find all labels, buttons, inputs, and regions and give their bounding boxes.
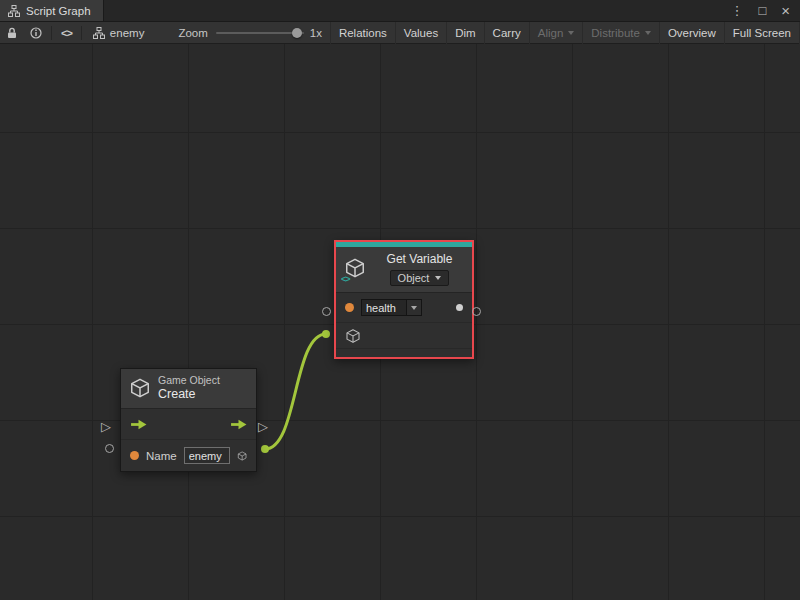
node-footer — [336, 348, 472, 357]
flow-out-arrow-icon[interactable] — [230, 419, 247, 430]
name-input-row: Name — [121, 439, 256, 471]
node-get-variable[interactable]: <> Get Variable Object — [334, 240, 474, 359]
getvariable-name-outer-port[interactable] — [322, 307, 331, 316]
variable-name-port[interactable] — [345, 303, 354, 312]
dim-button[interactable]: Dim — [446, 22, 483, 44]
fullscreen-button[interactable]: Full Screen — [724, 22, 800, 44]
align-dropdown[interactable]: Align — [529, 22, 583, 44]
graph-name: enemy — [110, 27, 145, 39]
node-title: Get Variable — [387, 252, 453, 266]
code-brackets-icon: <> — [341, 275, 350, 284]
zoom-slider-handle[interactable] — [292, 28, 302, 38]
chevron-down-icon — [568, 31, 574, 35]
graph-icon — [8, 5, 20, 17]
node-body: Name — [121, 408, 256, 471]
create-flow-output-port[interactable]: ▷ — [258, 420, 268, 433]
chevron-down-icon — [645, 31, 651, 35]
zoom-slider-track[interactable] — [216, 32, 304, 34]
node-header[interactable]: <> Get Variable Object — [336, 247, 472, 292]
chevron-down-icon — [411, 306, 417, 310]
info-icon[interactable] — [24, 22, 48, 44]
object-variable-icon: <> — [344, 257, 368, 281]
zoom-value: 1x — [310, 27, 322, 39]
graph-icon-small — [93, 27, 105, 39]
toolbar-separator — [51, 26, 52, 40]
create-flow-input-port[interactable]: ▷ — [101, 420, 111, 433]
distribute-dropdown[interactable]: Distribute — [582, 22, 659, 44]
object-input-row — [336, 322, 472, 348]
unity-script-graph-window: Script Graph ⋮ □ × <> enemy Zoom 1x Rela… — [0, 0, 800, 600]
node-title: Create — [158, 387, 220, 403]
node-body — [336, 292, 472, 357]
name-input[interactable] — [184, 447, 230, 464]
zoom-slider[interactable] — [216, 22, 304, 44]
name-label: Name — [146, 450, 177, 462]
value-output-port[interactable] — [456, 304, 463, 311]
distribute-label: Distribute — [591, 27, 640, 39]
variable-name-suggest-dropdown[interactable] — [407, 299, 422, 316]
window-menu-icon[interactable]: ⋮ — [730, 4, 743, 17]
variable-kind-value: Object — [398, 272, 430, 284]
flow-in-arrow-icon[interactable] — [130, 419, 147, 430]
overview-button[interactable]: Overview — [659, 22, 724, 44]
toolbar-separator — [81, 26, 82, 40]
carry-button[interactable]: Carry — [484, 22, 529, 44]
node-gameobject-create[interactable]: Game Object Create Name — [120, 368, 257, 472]
maximize-icon[interactable]: □ — [758, 4, 766, 17]
window-controls: ⋮ □ × — [730, 0, 800, 21]
graph-breadcrumb[interactable]: enemy — [85, 27, 153, 39]
tab-script-graph[interactable]: Script Graph — [0, 0, 104, 21]
node-category: Game Object — [158, 374, 220, 387]
relations-button[interactable]: Relations — [330, 22, 395, 44]
edit-code-icon[interactable]: <> — [55, 22, 78, 44]
gameobject-cube-icon[interactable] — [345, 328, 361, 344]
variable-kind-dropdown[interactable]: Object — [390, 270, 450, 286]
zoom-label: Zoom — [178, 27, 207, 39]
name-input-port[interactable] — [130, 451, 139, 460]
lock-icon[interactable] — [0, 22, 24, 44]
connection-wire[interactable] — [265, 334, 326, 449]
values-button[interactable]: Values — [395, 22, 446, 44]
tab-title: Script Graph — [26, 5, 91, 17]
getvariable-value-outer-port[interactable] — [472, 307, 481, 316]
chevron-down-icon — [435, 276, 441, 280]
graph-toolbar: <> enemy Zoom 1x Relations Values Dim Ca… — [0, 22, 800, 44]
gameobject-output-cube-icon[interactable] — [237, 448, 247, 464]
graph-canvas[interactable]: ▷ ▷ <> Get Variable Object — [0, 44, 800, 600]
variable-name-row — [336, 293, 472, 322]
node-header[interactable]: Game Object Create — [121, 369, 256, 408]
titlebar: Script Graph ⋮ □ × — [0, 0, 800, 22]
align-label: Align — [538, 27, 564, 39]
flow-row — [121, 409, 256, 439]
close-icon[interactable]: × — [781, 3, 790, 18]
gameobject-cube-icon — [129, 377, 151, 399]
create-name-outer-port[interactable] — [105, 444, 114, 453]
variable-name-input[interactable] — [361, 299, 407, 316]
